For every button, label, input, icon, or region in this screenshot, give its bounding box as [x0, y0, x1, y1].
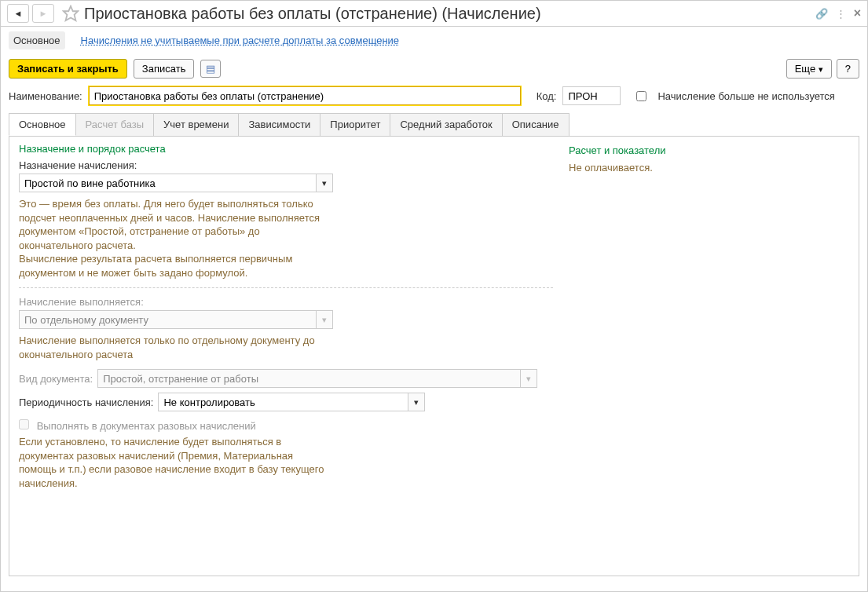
exec-dropdown-button: ▾ — [316, 310, 333, 329]
forward-button[interactable]: ► — [32, 4, 54, 23]
period-dropdown-button[interactable]: ▾ — [408, 393, 425, 411]
tab-priority[interactable]: Приоритет — [320, 113, 390, 136]
tab-base[interactable]: Расчет базы — [75, 113, 155, 136]
topnav-link[interactable]: Начисления не учитываемые при расчете до… — [76, 31, 405, 49]
tab-time[interactable]: Учет времени — [153, 113, 239, 136]
calc-text: Не оплачивается. — [569, 161, 849, 175]
assignment-dropdown-button[interactable]: ▾ — [316, 174, 333, 192]
link-icon[interactable]: 🔗 — [815, 8, 828, 20]
code-input[interactable] — [562, 86, 621, 105]
save-button[interactable]: Записать — [134, 59, 195, 79]
assignment-description: Это — время без оплаты. Для него будет в… — [19, 197, 333, 280]
exec-description: Начисление выполняется только по отдельн… — [19, 334, 333, 361]
tab-avg[interactable]: Средний заработок — [390, 113, 502, 136]
exec-once-label: Выполнять в документах разовых начислени… — [37, 420, 256, 432]
assignment-select[interactable] — [19, 174, 316, 192]
section-assignment-title: Назначение и порядок расчета — [19, 143, 537, 155]
page-title: Приостановка работы без оплаты (отстране… — [84, 5, 541, 23]
save-and-close-button[interactable]: Записать и закрыть — [9, 59, 127, 79]
svg-marker-0 — [64, 6, 78, 20]
exec-once-checkbox — [19, 419, 29, 429]
not-used-label: Начисление больше не используется — [657, 90, 834, 102]
name-label: Наименование: — [9, 90, 82, 102]
chevron-down-icon: ▾ — [526, 374, 531, 384]
section-calc-title: Расчет и показатели — [569, 144, 849, 156]
exec-once-description: Если установлено, то начисление будет вы… — [19, 435, 333, 490]
exec-label: Начисление выполняется: — [19, 296, 537, 308]
not-used-checkbox[interactable] — [636, 91, 646, 101]
tab-deps[interactable]: Зависимости — [238, 113, 320, 136]
chevron-down-icon: ▾ — [322, 178, 327, 188]
back-button[interactable]: ◄ — [7, 4, 29, 23]
doc-type-select — [97, 369, 520, 388]
report-button[interactable]: ▤ — [200, 60, 221, 78]
exec-select — [19, 310, 316, 329]
section-divider — [19, 287, 553, 288]
topnav-main[interactable]: Основное — [9, 31, 65, 49]
chevron-down-icon: ▾ — [322, 315, 327, 325]
tab-main[interactable]: Основное — [9, 113, 76, 136]
close-icon[interactable]: × — [854, 6, 861, 20]
period-label: Периодичность начисления: — [19, 396, 153, 408]
assignment-label: Назначение начисления: — [19, 159, 537, 171]
name-input[interactable] — [89, 86, 521, 105]
more-button[interactable]: Еще ▾ — [786, 59, 832, 79]
tab-desc[interactable]: Описание — [502, 113, 570, 136]
chevron-down-icon: ▾ — [819, 64, 823, 74]
favorite-star-icon[interactable] — [62, 5, 79, 22]
help-button[interactable]: ? — [837, 59, 859, 79]
arrow-right-icon: ► — [39, 9, 48, 18]
document-icon: ▤ — [206, 63, 215, 75]
kebab-menu-icon[interactable]: ⋮ — [836, 8, 846, 20]
arrow-left-icon: ◄ — [14, 9, 23, 18]
period-select[interactable] — [158, 393, 408, 411]
code-label: Код: — [537, 90, 557, 102]
doc-type-label: Вид документа: — [19, 373, 93, 385]
chevron-down-icon: ▾ — [414, 397, 419, 407]
doc-type-dropdown-button: ▾ — [520, 369, 537, 388]
